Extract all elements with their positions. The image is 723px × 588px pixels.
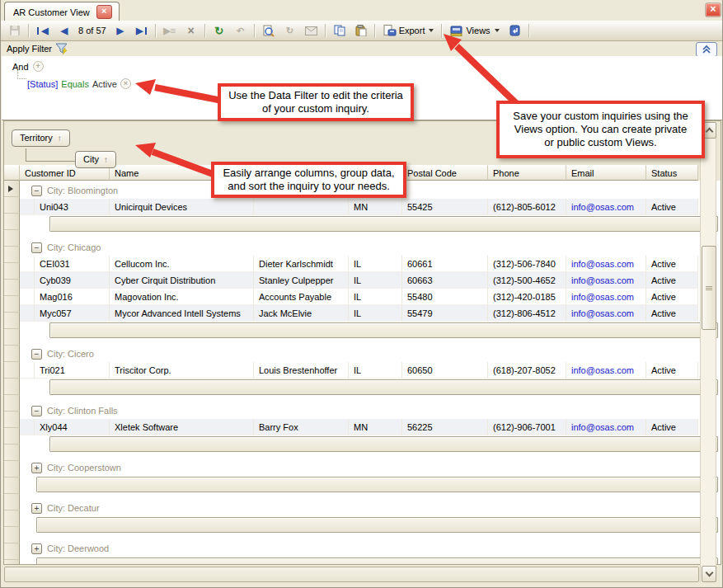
data-cell[interactable]: info@osas.com [566,289,646,305]
data-cell[interactable]: MN [349,199,402,215]
data-cell[interactable]: Triscitor Corp. [110,362,254,379]
window-close-button[interactable]: × [705,2,721,17]
data-cell[interactable]: info@osas.com [566,362,646,379]
data-cell[interactable]: Active [646,419,698,435]
table-row[interactable]: Xly044Xletek SoftwareBarry FoxMN56225(61… [20,419,721,435]
group-header-row[interactable]: −City: Cicero [20,346,721,362]
tab-ar-customer-view[interactable]: AR Customer View × [4,2,120,21]
row-selector[interactable] [4,494,20,510]
views-button[interactable]: Views [446,22,503,39]
row-selector[interactable] [4,313,20,329]
group-header-row[interactable]: −City: Clinton Falls [20,402,721,419]
dropdown-caret-icon[interactable] [495,29,500,32]
data-cell[interactable]: 55479 [402,305,488,322]
collapse-icon[interactable]: − [31,349,42,360]
data-cell[interactable]: CEI031 [35,256,110,272]
collapse-icon[interactable]: − [31,186,42,196]
data-cell[interactable]: Active [646,272,698,289]
last-record-button[interactable]: ▶ [132,22,152,39]
group-header-row[interactable]: −City: Chicago [20,239,721,256]
data-cell[interactable]: IL [349,289,402,305]
data-cell[interactable]: Xly044 [35,419,110,435]
row-selector[interactable] [4,428,20,445]
data-cell[interactable]: (312)-500-4652 [488,272,566,289]
row-selector[interactable] [4,510,20,527]
data-cell[interactable]: info@osas.com [566,199,646,215]
row-selector[interactable] [4,280,20,296]
data-cell[interactable]: Stanley Culpepper [254,272,349,289]
row-selector[interactable] [4,543,20,560]
data-cell[interactable]: Dieter Karlschmidt [254,256,349,272]
data-cell[interactable]: (312)-420-0185 [488,289,566,305]
print-preview-button[interactable] [259,22,279,39]
group-header-row[interactable]: +City: Deerwood [20,540,721,557]
data-cell[interactable]: Xletek Software [110,419,254,435]
filter-value[interactable]: Active [92,79,117,89]
row-selector[interactable] [4,379,20,395]
expand-icon[interactable]: + [31,463,42,473]
row-selector[interactable] [4,461,20,477]
data-cell[interactable]: (312)-506-7840 [488,256,566,272]
filter-field[interactable]: [Status] [27,79,58,89]
copy-button[interactable] [330,22,350,39]
data-cell[interactable]: IL [349,272,402,289]
row-selector[interactable] [4,263,20,280]
data-cell[interactable]: Active [646,305,698,322]
data-cell[interactable]: 60663 [402,272,488,289]
next-record-button[interactable]: ▶ [110,22,130,39]
data-cell[interactable]: Uni043 [35,199,110,215]
row-selector[interactable] [4,247,20,263]
collapse-icon[interactable]: − [31,406,42,416]
row-selector[interactable] [4,181,20,197]
data-cell[interactable]: (612)-805-6012 [488,199,566,215]
export-button[interactable]: Export [379,22,439,39]
data-cell[interactable]: 55425 [402,199,488,215]
data-cell[interactable]: Cyber Cirquit Distribution [110,272,254,289]
data-cell[interactable]: MN [349,419,402,435]
import-view-button[interactable] [505,22,525,39]
data-cell[interactable]: info@osas.com [566,305,646,322]
group-header-row[interactable]: +City: Decatur [20,500,721,516]
row-selector[interactable] [4,527,20,543]
data-cell[interactable]: Active [646,199,698,215]
row-selector[interactable] [4,395,20,412]
data-cell[interactable]: Active [646,362,698,379]
data-cell[interactable]: Magovation Inc. [110,289,254,305]
sort-ascending-icon[interactable]: ↑ [104,155,108,164]
data-cell[interactable]: Myc057 [35,305,110,322]
table-row[interactable]: Cyb039Cyber Cirquit DistributionStanley … [20,272,721,289]
row-selector[interactable] [4,477,20,494]
row-selector[interactable] [4,445,20,461]
data-cell[interactable]: 60650 [402,362,488,379]
table-row[interactable]: Tri021Triscitor Corp.Louis Brestenhoffer… [20,362,721,379]
column-header[interactable]: Email [566,165,646,181]
data-cell[interactable]: 56225 [402,419,488,435]
data-cell[interactable]: Unicirquit Devices [110,199,254,215]
row-selector[interactable] [4,329,20,346]
row-selector[interactable] [4,214,20,230]
previous-record-button[interactable]: ◀ [54,22,74,39]
data-cell[interactable]: Active [646,256,698,272]
data-cell[interactable] [254,199,349,215]
collapse-filter-button[interactable] [696,42,717,57]
filter-operator[interactable]: Equals [61,79,89,89]
scroll-down-button[interactable] [702,566,716,582]
refresh-button[interactable]: ↻ [209,22,229,39]
row-selector[interactable] [4,296,20,313]
data-cell[interactable]: info@osas.com [566,419,646,435]
collapse-icon[interactable]: − [31,242,42,253]
data-cell[interactable]: (312)-806-4512 [488,305,566,322]
first-record-button[interactable]: ◀ [33,22,53,39]
data-cell[interactable]: (618)-207-8052 [488,362,566,379]
row-selector[interactable] [4,362,20,379]
data-cell[interactable]: info@osas.com [566,256,646,272]
column-header[interactable]: Status [646,165,698,181]
sort-ascending-icon[interactable]: ↑ [58,134,62,143]
table-row[interactable]: Myc057Mycor Advanced Intell SystemsJack … [20,305,721,322]
data-cell[interactable]: Mycor Advanced Intell Systems [110,305,254,322]
data-cell[interactable]: Louis Brestenhoffer [254,362,349,379]
tab-close-icon[interactable]: × [96,5,112,19]
add-condition-icon[interactable]: + [33,61,44,72]
data-cell[interactable]: 60661 [402,256,488,272]
scrollbar-thumb[interactable] [702,246,716,330]
